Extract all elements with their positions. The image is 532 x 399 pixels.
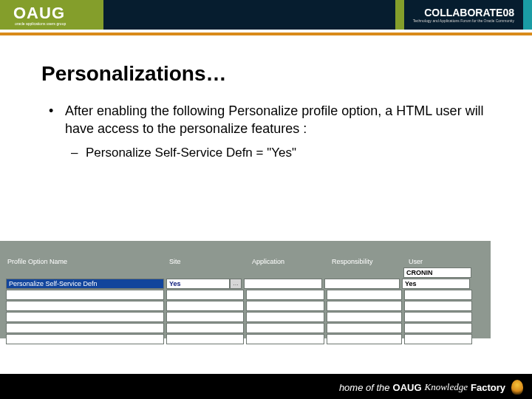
collaborate-logo: COLLABORATE08 Technology and Application…	[404, 0, 523, 30]
cell-user[interactable]	[404, 290, 472, 300]
column-headers: Profile Option Name Site Application Res…	[0, 241, 483, 267]
cell-profile-name[interactable]	[6, 301, 164, 311]
cell-user[interactable]: Yes	[402, 279, 470, 289]
cell-site[interactable]	[166, 334, 244, 344]
cell-responsibility[interactable]	[324, 279, 400, 289]
bullet-1-text: After enabling the following Personalize…	[65, 103, 484, 136]
cell-responsibility[interactable]	[327, 312, 402, 322]
cell-responsibility[interactable]	[327, 334, 402, 344]
cell-profile-name[interactable]: Personalize Self-Service Defn	[6, 279, 164, 289]
cell-profile-name[interactable]	[6, 323, 164, 333]
oaug-logo: OAUG oracle applications users group	[0, 0, 103, 30]
cell-responsibility[interactable]	[327, 301, 402, 311]
cell-application[interactable]	[244, 279, 322, 289]
collab-title: COLLABORATE08	[413, 7, 514, 18]
profile-options-form: Profile Option Name Site Application Res…	[0, 241, 483, 338]
sub-bullet-1-text: Personalize Self-Service Defn = "Yes"	[86, 146, 296, 160]
cell-site[interactable]	[166, 312, 244, 322]
cell-site[interactable]	[166, 301, 244, 311]
cell-profile-name[interactable]	[6, 290, 164, 300]
bullet-1: • After enabling the following Personali…	[41, 102, 491, 138]
cell-user[interactable]	[404, 312, 472, 322]
table-row: Personalize Self-Service Defn Yes … Yes	[0, 279, 483, 289]
col-header-responsibility: Responsibility	[329, 258, 406, 267]
slide-content: Personalizations… • After enabling the f…	[0, 33, 532, 160]
table-row	[0, 323, 483, 333]
bullet-dot-icon: •	[49, 102, 53, 120]
col-header-site: Site	[166, 258, 249, 267]
cell-application[interactable]	[246, 323, 324, 333]
logo-text: OAUG	[13, 4, 66, 23]
dash-icon: –	[71, 146, 78, 160]
table-row	[0, 290, 483, 300]
col-header-user: User	[406, 258, 476, 267]
cell-user[interactable]	[404, 301, 472, 311]
cell-profile-name[interactable]	[6, 334, 164, 344]
footer-prefix: home of the	[339, 382, 390, 393]
footer-brand: OAUG	[393, 382, 422, 393]
cell-user[interactable]	[404, 334, 472, 344]
cell-site[interactable]	[166, 290, 244, 300]
stripe-teal	[523, 0, 532, 30]
table-row	[0, 312, 483, 322]
col-header-application: Application	[249, 258, 329, 267]
cell-site[interactable]	[166, 323, 244, 333]
table-row	[0, 301, 483, 311]
footer-factory: Factory	[471, 382, 505, 393]
stripe-green	[395, 0, 404, 30]
cell-user[interactable]	[404, 323, 472, 333]
site-lov-button[interactable]: …	[230, 279, 242, 289]
cell-site[interactable]: Yes	[166, 279, 230, 289]
cell-application[interactable]	[246, 301, 324, 311]
col-header-name: Profile Option Name	[0, 258, 166, 267]
footer-bar: home of the OAUG Knowledge Factory	[0, 375, 532, 399]
header-bar: OAUG oracle applications users group COL…	[0, 0, 532, 33]
footer-knowledge: Knowledge	[425, 381, 468, 393]
user-context-row: CRONIN	[0, 267, 483, 278]
header-underline	[0, 33, 532, 35]
collab-subtitle: Technology and Applications Forum for th…	[413, 18, 514, 23]
cell-application[interactable]	[246, 312, 324, 322]
form-scrollbar[interactable]	[483, 241, 491, 338]
cell-profile-name[interactable]	[6, 312, 164, 322]
table-row	[0, 334, 483, 344]
sub-bullet-1: – Personalize Self-Service Defn = "Yes"	[41, 146, 491, 160]
lightbulb-icon	[511, 380, 523, 395]
cell-responsibility[interactable]	[327, 323, 402, 333]
cell-application[interactable]	[246, 334, 324, 344]
user-context-cell[interactable]: CRONIN	[403, 267, 471, 278]
cell-responsibility[interactable]	[327, 290, 402, 300]
cell-application[interactable]	[246, 290, 324, 300]
logo-subtext: oracle applications users group	[15, 21, 66, 26]
slide-title: Personalizations…	[41, 62, 491, 86]
